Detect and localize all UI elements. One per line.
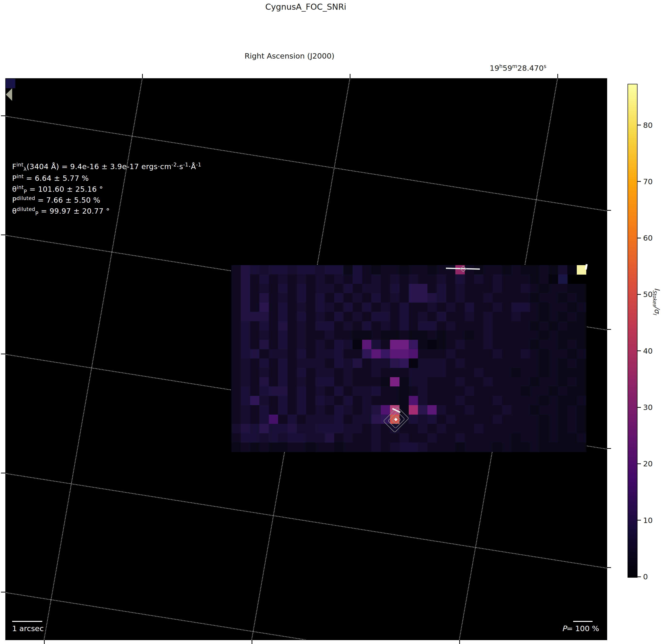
- heatmap-cell: [343, 443, 353, 452]
- heatmap-cell: [455, 443, 465, 452]
- heatmap-cell: [399, 358, 409, 368]
- heatmap-cell: [409, 293, 418, 303]
- heatmap-cell: [241, 349, 250, 359]
- heatmap-cell: [437, 405, 446, 415]
- heatmap-cell: [325, 284, 334, 293]
- heatmap-cell: [474, 368, 483, 377]
- heatmap-cell: [362, 293, 371, 303]
- heatmap-cell: [278, 443, 288, 452]
- heatmap-cell: [428, 331, 437, 340]
- heatmap-cell: [352, 405, 362, 415]
- heatmap-cell: [567, 443, 577, 452]
- heatmap-cell: [549, 293, 558, 303]
- heatmap-cell: [381, 293, 390, 303]
- heatmap-cell: [306, 331, 316, 340]
- heatmap-cell: [428, 284, 437, 293]
- heatmap-cell: [455, 349, 465, 359]
- heatmap-cell: [306, 368, 316, 377]
- heatmap-cell: [371, 265, 381, 274]
- heatmap-cell: [297, 368, 306, 377]
- heatmap-cell: [446, 424, 456, 433]
- heatmap-cell: [371, 433, 381, 443]
- heatmap-cell: [577, 265, 586, 274]
- heatmap-cell: [437, 284, 446, 293]
- heatmap-cell: [352, 340, 362, 349]
- heatmap-cell: [418, 293, 428, 303]
- heatmap-cell: [474, 433, 483, 443]
- heatmap-cell: [511, 274, 521, 284]
- heatmap-cell: [250, 293, 259, 303]
- heatmap-cell: [288, 377, 297, 387]
- heatmap-cell: [250, 312, 259, 321]
- heatmap-cell: [446, 386, 456, 396]
- heatmap-cell: [316, 386, 325, 396]
- heatmap-cell: [493, 265, 502, 274]
- heatmap-cell: [567, 312, 577, 321]
- heatmap-cell: [259, 415, 269, 424]
- heatmap-cell: [390, 340, 399, 349]
- heatmap-cell: [455, 377, 465, 387]
- heatmap-cell: [381, 386, 390, 396]
- heatmap-cell: [371, 386, 381, 396]
- heatmap-cell: [483, 331, 493, 340]
- heatmap-cell: [567, 386, 577, 396]
- heatmap-cell: [493, 340, 502, 349]
- heatmap-cell: [306, 358, 316, 368]
- heatmap-cell: [269, 396, 278, 405]
- bottom-axis-tick: [44, 640, 45, 644]
- heatmap-cell: [297, 415, 306, 424]
- heatmap-cell: [278, 331, 288, 340]
- heatmap-cell: [259, 358, 269, 368]
- heatmap-cell: [316, 424, 325, 433]
- heatmap-cell: [446, 265, 456, 274]
- heatmap-cell: [437, 443, 446, 452]
- colorbar-tick: [637, 238, 641, 238]
- heatmap-cell: [567, 377, 577, 387]
- heatmap-cell: [352, 321, 362, 331]
- heatmap-cell: [352, 433, 362, 443]
- heatmap-cell: [390, 386, 399, 396]
- heatmap-cell: [306, 433, 316, 443]
- heatmap-cell: [502, 443, 511, 452]
- heatmap-cell: [259, 312, 269, 321]
- heatmap-cell: [259, 274, 269, 284]
- left-axis-tick: [1, 592, 5, 593]
- heatmap-cell: [446, 368, 456, 377]
- heatmap-cell: [483, 405, 493, 415]
- heatmap-cell: [371, 368, 381, 377]
- heatmap-cell: [325, 340, 334, 349]
- heatmap-cell: [231, 386, 241, 396]
- heatmap-cell: [381, 265, 390, 274]
- right-axis-tick: [607, 448, 611, 449]
- heatmap-cell: [306, 340, 316, 349]
- heatmap-cell: [493, 405, 502, 415]
- heatmap-cell: [231, 415, 241, 424]
- heatmap-cell: [297, 284, 306, 293]
- heatmap-cell: [381, 433, 390, 443]
- heatmap-cell: [446, 405, 456, 415]
- heatmap-cell: [231, 303, 241, 312]
- heatmap-cell: [418, 265, 428, 274]
- heatmap-cell: [306, 321, 316, 331]
- heatmap-cell: [352, 284, 362, 293]
- heatmap-cell: [259, 284, 269, 293]
- heatmap-cell: [381, 368, 390, 377]
- pol-scalebar: [573, 621, 593, 622]
- heatmap-cell: [409, 386, 418, 396]
- heatmap-cell: [465, 331, 474, 340]
- heatmap-cell: [334, 443, 344, 452]
- heatmap-cell: [558, 274, 568, 284]
- heatmap-cell: [474, 386, 483, 396]
- heatmap-cell: [352, 358, 362, 368]
- heatmap-cell: [297, 377, 306, 387]
- heatmap-cell: [325, 433, 334, 443]
- heatmap-cell: [549, 340, 558, 349]
- heatmap-cell: [334, 265, 344, 274]
- heatmap-cell: [325, 424, 334, 433]
- heatmap-cell: [269, 386, 278, 396]
- heatmap-cell: [316, 340, 325, 349]
- heatmap-cell: [465, 405, 474, 415]
- right-axis-tick: [607, 329, 611, 330]
- heatmap-cell: [306, 424, 316, 433]
- heatmap-cell: [288, 396, 297, 405]
